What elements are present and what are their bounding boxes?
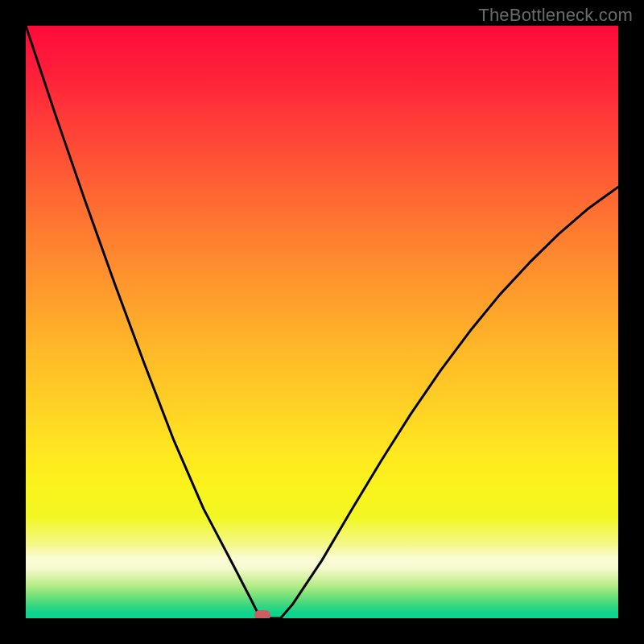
curve-path [26, 26, 618, 618]
plot-area [26, 26, 618, 618]
watermark-text: TheBottleneck.com [478, 5, 633, 26]
minimum-marker [254, 610, 270, 618]
outer-frame: TheBottleneck.com [0, 0, 644, 644]
bottleneck-curve [26, 26, 618, 618]
